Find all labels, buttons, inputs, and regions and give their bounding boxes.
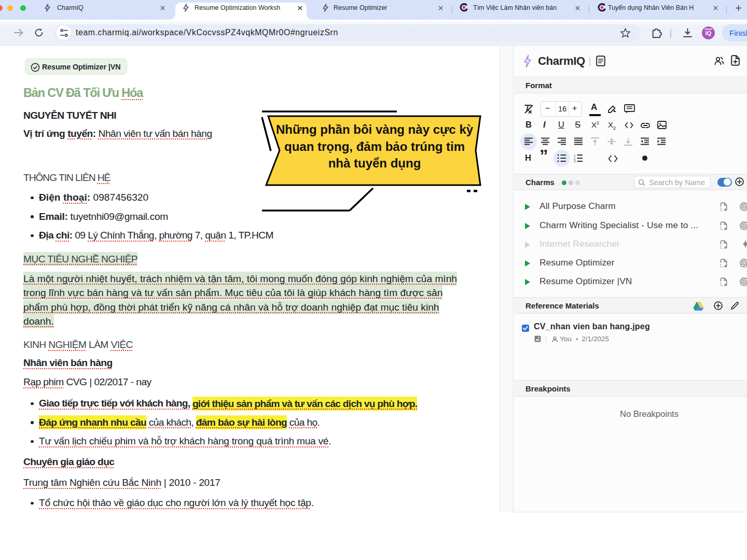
svg-text:nhà tuyển dụng: nhà tuyển dụng xyxy=(328,156,421,170)
svg-text:3: 3 xyxy=(574,160,576,162)
svg-text:Những phần bôi vàng này cực kỳ: Những phần bôi vàng này cực kỳ xyxy=(276,122,474,136)
svg-text:quan trọng, đảm bảo trúng tim: quan trọng, đảm bảo trúng tim xyxy=(284,139,465,153)
